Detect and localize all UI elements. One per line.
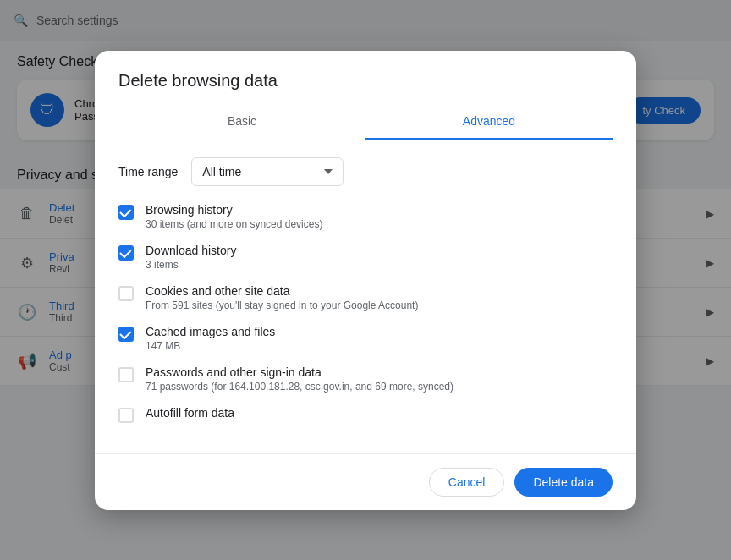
checkbox-text-cached-images: Cached images and files 147 MB xyxy=(146,325,613,352)
checkbox-text-passwords: Passwords and other sign-in data 71 pass… xyxy=(146,365,613,393)
checkbox-cookies: Cookies and other site data From 591 sit… xyxy=(118,284,613,311)
checkbox-download-history: Download history 3 items xyxy=(118,244,613,271)
checkbox-text-browsing-history: Browsing history 30 items (and more on s… xyxy=(146,203,613,230)
checkbox-input-download-history[interactable] xyxy=(118,245,134,261)
delete-browsing-data-dialog: Delete browsing data Basic Advanced Time… xyxy=(95,51,636,510)
checkbox-browsing-history: Browsing history 30 items (and more on s… xyxy=(118,203,613,230)
modal-overlay: Delete browsing data Basic Advanced Time… xyxy=(0,0,731,560)
dialog-title: Delete browsing data xyxy=(118,71,613,91)
dialog-body: Time range All time Last hour Last 24 ho… xyxy=(95,140,636,453)
tab-basic[interactable]: Basic xyxy=(118,104,366,140)
checkbox-passwords: Passwords and other sign-in data 71 pass… xyxy=(118,365,613,393)
checkbox-text-cookies: Cookies and other site data From 591 sit… xyxy=(146,284,613,311)
delete-data-button[interactable]: Delete data xyxy=(514,468,613,497)
dialog-header: Delete browsing data Basic Advanced xyxy=(95,51,636,140)
checkbox-cached-images: Cached images and files 147 MB xyxy=(118,325,613,352)
checkbox-input-cookies[interactable] xyxy=(118,286,134,301)
checkbox-text-download-history: Download history 3 items xyxy=(146,244,613,271)
tab-advanced[interactable]: Advanced xyxy=(366,104,613,140)
checkbox-input-browsing-history[interactable] xyxy=(118,205,134,220)
tab-bar: Basic Advanced xyxy=(118,104,613,140)
checkbox-text-autofill: Autofill form data xyxy=(146,406,613,421)
time-range-label: Time range xyxy=(118,165,178,178)
time-range-row: Time range All time Last hour Last 24 ho… xyxy=(118,157,613,186)
cancel-button[interactable]: Cancel xyxy=(429,468,505,497)
checkbox-input-cached-images[interactable] xyxy=(118,327,134,342)
time-range-select[interactable]: All time Last hour Last 24 hours Last 7 … xyxy=(191,157,344,186)
checkbox-input-autofill[interactable] xyxy=(118,408,134,423)
checkbox-input-passwords[interactable] xyxy=(118,367,134,382)
checkbox-autofill: Autofill form data xyxy=(118,406,613,423)
dialog-footer: Cancel Delete data xyxy=(95,453,636,510)
